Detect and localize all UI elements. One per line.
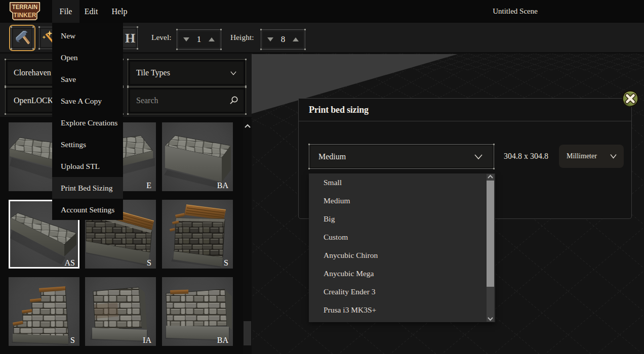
svg-text:S: S [70,336,75,344]
svg-text:BA: BA [217,181,229,190]
svg-text:E: E [146,181,151,190]
svg-text:S: S [147,258,151,267]
svg-text:IA: IA [143,336,151,344]
svg-text:TINKER: TINKER [14,11,36,19]
svg-text:H: H [125,31,135,46]
svg-text:S: S [224,258,228,267]
svg-text:AS: AS [65,258,75,267]
svg-text:BA: BA [217,336,229,344]
svg-text:TERRAIN: TERRAIN [12,3,37,11]
